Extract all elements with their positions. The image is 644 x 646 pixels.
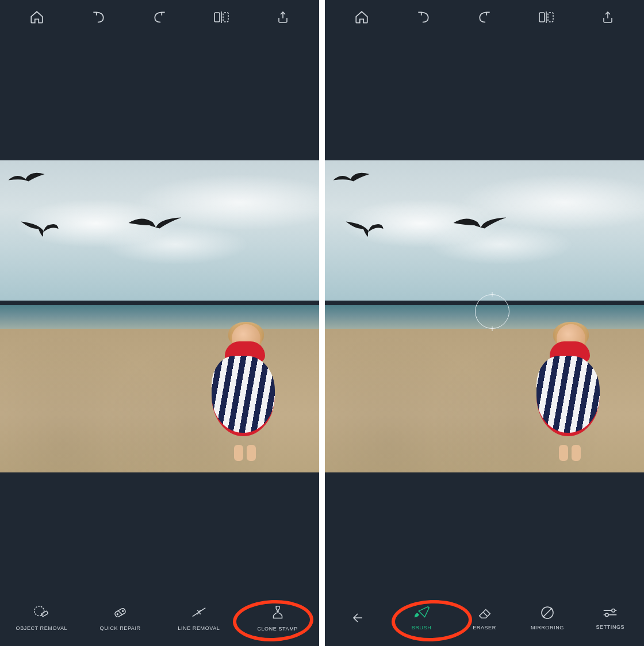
home-icon [354,10,369,25]
tool-back[interactable] [327,611,390,625]
pane-left: OBJECT REMOVAL QUICK REPAIR LINE REMOVAL… [0,0,319,646]
tool-label: ERASER [473,625,496,630]
undo-button[interactable] [67,10,129,25]
svg-point-19 [612,609,615,612]
svg-rect-12 [539,13,545,22]
tool-mirroring[interactable]: MIRRORING [516,605,578,630]
svg-rect-4 [41,611,48,617]
tool-label: BRUSH [412,625,432,630]
bottom-toolbar-left: OBJECT REMOVAL QUICK REPAIR LINE REMOVAL… [0,598,319,646]
tool-quick-repair[interactable]: QUICK REPAIR [81,605,160,631]
svg-rect-1 [223,13,228,22]
photo-right [325,160,644,472]
bird-2 [344,216,384,239]
sliders-icon [601,606,619,620]
eraser-icon [476,605,493,620]
undo-icon [416,10,431,25]
svg-line-8 [118,610,122,614]
quick-repair-icon [112,605,129,621]
clone-stamp-icon [269,604,286,621]
share-icon [276,10,290,25]
back-arrow-icon [351,611,367,625]
svg-point-6 [117,614,118,615]
undo-button[interactable] [392,10,454,25]
child-figure [534,324,603,451]
svg-rect-13 [548,13,553,22]
bottom-toolbar-right: BRUSH ERASER MIRRORING SETTINGS [325,598,644,646]
canvas-area[interactable] [325,34,644,598]
redo-button[interactable] [129,10,190,25]
bird-2 [19,216,59,239]
share-button[interactable] [252,10,313,25]
brush-icon [412,605,431,620]
compare-button[interactable] [190,10,252,25]
tool-eraser[interactable]: ERASER [453,605,516,630]
share-button[interactable] [577,10,638,25]
clone-source-crosshair[interactable] [475,294,509,329]
tool-label: SETTINGS [596,624,624,630]
bird-1 [331,170,371,187]
bird-3 [128,213,182,235]
bird-3 [453,213,507,235]
home-button[interactable] [331,10,392,25]
tool-label: MIRRORING [531,625,564,630]
svg-point-7 [122,610,124,612]
tool-line-removal[interactable]: LINE REMOVAL [160,605,239,631]
svg-line-15 [483,612,487,616]
svg-line-17 [543,608,552,617]
tool-label: CLONE STAMP [257,626,297,632]
redo-icon [477,10,492,25]
bird-1 [6,170,47,187]
photo-left [0,160,319,472]
undo-icon [91,10,106,25]
svg-rect-0 [214,13,220,22]
svg-point-21 [605,613,609,617]
home-button[interactable] [6,10,67,25]
object-removal-icon [33,605,50,621]
tool-label: LINE REMOVAL [178,625,220,631]
pane-right: BRUSH ERASER MIRRORING SETTINGS [325,0,644,646]
canvas-area[interactable] [0,34,319,598]
compare-button[interactable] [515,10,577,25]
tool-object-removal[interactable]: OBJECT REMOVAL [2,605,81,631]
redo-button[interactable] [454,10,515,25]
compare-icon [213,10,229,25]
child-figure [209,324,278,451]
tool-brush[interactable]: BRUSH [390,605,453,630]
tool-settings[interactable]: SETTINGS [579,606,642,630]
compare-icon [538,10,554,25]
share-icon [601,10,615,25]
top-toolbar [0,0,319,34]
tool-label: QUICK REPAIR [100,625,141,631]
redo-icon [152,10,167,25]
line-removal-icon [190,605,208,621]
mirroring-icon [539,605,555,620]
top-toolbar [325,0,644,34]
tool-label: OBJECT REMOVAL [16,625,68,631]
svg-point-3 [34,606,44,616]
home-icon [29,10,44,25]
tool-clone-stamp[interactable]: CLONE STAMP [238,604,317,632]
